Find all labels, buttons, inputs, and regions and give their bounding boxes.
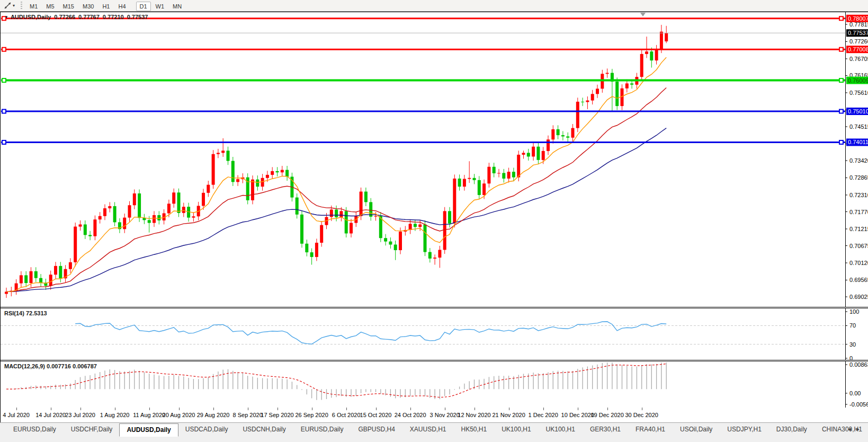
chart-tab-xauusd-h1[interactable]: XAUUSD,H1 (403, 423, 453, 436)
ma-fast-line (6, 57, 666, 291)
timeframe-button-m1[interactable]: M1 (26, 2, 41, 11)
price-chart-pane[interactable]: ▼AUDUSD,Daily0.772660.777670.772100.7753… (1, 12, 868, 307)
date-tick (376, 408, 377, 410)
date-label: 6 Oct 2020 (332, 412, 361, 418)
hline-0.75010[interactable]: 0.75010 (1, 108, 868, 115)
rsi-tick-label: 30 (849, 341, 856, 348)
price-tick-label: 0.77815 (849, 21, 868, 28)
macd-tick-label: 0.00 (849, 390, 861, 396)
chart-tab-eurusd-daily[interactable]: EURUSD,Daily (6, 423, 63, 436)
tab-scroll-left-icon[interactable]: ◄ (847, 426, 855, 432)
hline-price-label: 0.78007 (848, 15, 868, 22)
rsi-line (75, 322, 666, 344)
date-label: 12 Nov 2020 (458, 412, 490, 418)
chart-symbol-period: AUDUSD,Daily (11, 14, 51, 20)
rsi-label: RSI(14) 72.5313 (4, 310, 47, 316)
chart-tab-usdjpy-h1[interactable]: USDJPY,H1 (720, 423, 768, 436)
timeframe-button-m15[interactable]: M15 (59, 2, 78, 11)
price-tick-label: 0.71215 (849, 226, 868, 232)
quote-low: 0.77210 (103, 14, 124, 20)
chart-tab-hk50-h1[interactable]: HK50,H1 (454, 423, 494, 436)
chart-tab-gbpusd-h4[interactable]: GBPUSD,H4 (351, 423, 401, 436)
date-tick (51, 408, 51, 410)
price-tick-label: 0.69565 (849, 277, 868, 283)
chart-tab-usoil-daily[interactable]: USOil,Daily (673, 423, 719, 436)
timeframe-button-m30[interactable]: M30 (79, 2, 97, 11)
price-tick-label: 0.73420 (849, 157, 868, 164)
timeframe-buttons: M1M5M15M30H1H4D1W1MN (25, 1, 186, 11)
price-tick-label: 0.72865 (849, 174, 868, 181)
date-label: 11 Aug 2020 (133, 412, 165, 418)
date-tick (346, 408, 347, 410)
tab-scroll-arrows[interactable]: ◄► (847, 426, 864, 432)
chart-shift-marker-icon (640, 13, 646, 16)
chart-window: ▼AUDUSD,Daily0.772660.777670.772100.7753… (0, 12, 868, 408)
date-label: 14 Jul 2020 (35, 412, 66, 418)
crosshair-tool-button[interactable]: ▾ (2, 1, 16, 10)
hline-0.74011[interactable]: 0.74011 (1, 138, 868, 146)
date-label: 10 Dec 2020 (561, 412, 594, 418)
chart-title: ▼AUDUSD,Daily0.772660.777670.772100.7753… (4, 14, 151, 20)
chart-tab-usdchf-daily[interactable]: USDCHF,Daily (64, 423, 120, 436)
date-tick (312, 408, 312, 410)
chart-tab-ger30-h1[interactable]: GER30,H1 (583, 423, 628, 436)
chart-tab-audusd-daily[interactable]: AUDUSD,Daily (119, 423, 178, 437)
price-tick-label: 0.74515 (849, 123, 868, 130)
date-label: 20 Aug 2020 (163, 412, 195, 418)
timeframe-button-mn[interactable]: MN (169, 2, 185, 11)
timeframe-button-h4[interactable]: H4 (114, 2, 129, 11)
symbol-dropdown-icon[interactable]: ▼ (4, 15, 8, 20)
date-label: 24 Oct 2020 (395, 412, 426, 418)
price-tick-label: 0.75610 (849, 90, 868, 96)
date-axis[interactable]: 4 Jul 202014 Jul 202023 Jul 20201 Aug 20… (0, 408, 868, 422)
date-tick (248, 408, 248, 410)
timeframe-toolbar: ▾ M1M5M15M30H1H4D1W1MN (0, 0, 868, 12)
date-label: 1 Aug 2020 (100, 412, 130, 418)
quote-close: 0.77537 (127, 14, 148, 20)
chart-tab-eurusd-daily[interactable]: EURUSD,Daily (294, 423, 351, 436)
price-tick-label: 0.72310 (849, 192, 868, 198)
price-tick-label: 0.76705 (849, 56, 868, 62)
date-tick (445, 408, 445, 410)
chart-tab-uk100-h1[interactable]: UK100,H1 (539, 423, 582, 436)
chart-tab-usdcad-daily[interactable]: USDCAD,Daily (178, 423, 235, 436)
timeframe-button-w1[interactable]: W1 (152, 2, 168, 11)
hline-0.77008[interactable]: 0.77008 (1, 46, 868, 53)
chart-tab-usdcnh-daily[interactable]: USDCNH,Daily (236, 423, 292, 436)
date-tick (642, 408, 642, 410)
tab-scroll-right-icon[interactable]: ► (855, 426, 864, 432)
hline-price-label: 0.74011 (848, 139, 868, 145)
chart-tab-fra40-h1[interactable]: FRA40,H1 (629, 423, 672, 436)
date-label: 26 Sep 2020 (295, 412, 328, 418)
date-label: 4 Jul 2020 (3, 412, 30, 418)
date-tick (607, 408, 608, 410)
date-label: 23 Jul 2020 (65, 412, 95, 418)
price-tick-label: 0.77260 (849, 38, 868, 45)
macd-indicator-pane: MACD(12,26,9) 0.007716 0.006787 0.008633… (1, 361, 868, 408)
timeframe-button-m5[interactable]: M5 (42, 2, 58, 11)
date-tick (410, 408, 411, 410)
macd-tick-label: 0.008633 (849, 361, 868, 368)
rsi-plot: 10070300 (1, 308, 868, 360)
date-label: 17 Sep 2020 (261, 412, 293, 418)
hline-0.76009[interactable]: 0.76009 (1, 77, 868, 84)
price-tick-label: 0.70675 (849, 243, 868, 249)
toolbar-grip-handle[interactable] (21, 2, 22, 10)
date-tick (149, 408, 150, 410)
chart-tab-uk100-h1[interactable]: UK100,H1 (495, 423, 538, 436)
ma-mid-line (6, 88, 666, 292)
timeframe-button-d1[interactable]: D1 (136, 2, 151, 11)
crosshair-tool-icon (4, 2, 12, 10)
macd-tick-label: -0.005641 (849, 401, 868, 408)
date-tick (16, 408, 17, 410)
macd-label: MACD(12,26,9) 0.007716 0.006787 (4, 363, 97, 369)
rsi-tick-label: 0 (849, 355, 853, 360)
candlestick-chart[interactable]: 0.778150.772600.767050.761650.756100.750… (1, 12, 868, 307)
chart-tab-dj30-daily[interactable]: DJ30,Daily (769, 423, 814, 436)
date-label: 8 Sep 2020 (233, 412, 263, 418)
price-tick-label: 0.69025 (849, 294, 868, 300)
date-tick (115, 408, 115, 410)
hline-price-label: 0.77008 (848, 46, 868, 52)
quote-open: 0.77266 (54, 14, 75, 20)
timeframe-button-h1[interactable]: H1 (99, 2, 113, 11)
